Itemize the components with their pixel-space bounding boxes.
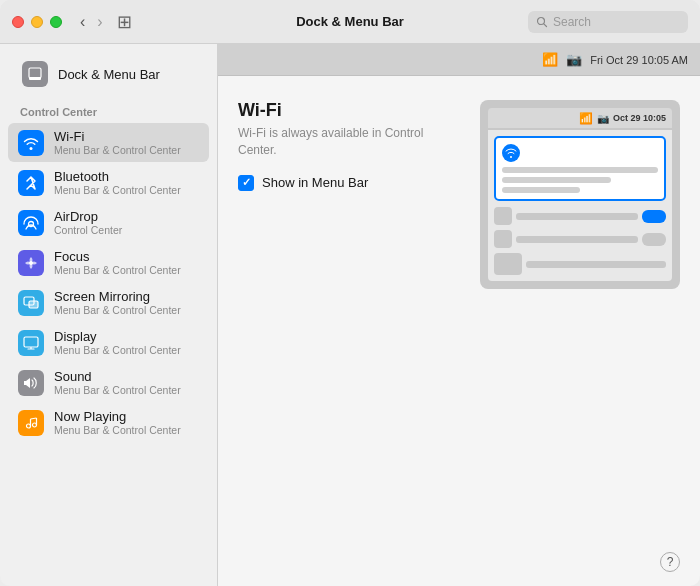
search-box: [528, 11, 688, 33]
main-container: Dock & Menu Bar Control Center Wi-Fi Men…: [0, 44, 700, 586]
search-input[interactable]: [553, 15, 680, 29]
show-in-menu-bar-row: ✓ Show in Menu Bar: [238, 175, 450, 191]
mock-date-text: Oct 29 10:05: [613, 113, 666, 123]
svg-rect-7: [29, 301, 38, 308]
sidebar-item-sound[interactable]: Sound Menu Bar & Control Center: [8, 363, 209, 402]
maximize-button[interactable]: [50, 16, 62, 28]
mock-screen: [488, 130, 672, 281]
mock-cc-row-2: [494, 230, 666, 248]
mock-wifi-circle-icon: [502, 144, 520, 162]
nav-buttons: ‹ ›: [76, 12, 107, 32]
sidebar-item-airdrop[interactable]: AirDrop Control Center: [8, 203, 209, 242]
sidebar-item-display[interactable]: Display Menu Bar & Control Center: [8, 323, 209, 362]
traffic-lights: [12, 16, 62, 28]
mock-row-2: [502, 177, 611, 183]
help-button[interactable]: ?: [660, 552, 680, 572]
mock-row-3: [502, 187, 580, 193]
forward-button[interactable]: ›: [93, 12, 106, 32]
mock-cc-row-1: [494, 207, 666, 225]
mock-cc-bar-1: [516, 213, 638, 220]
mock-toggle-1: [642, 210, 666, 223]
bluetooth-icon: [18, 170, 44, 196]
mock-camera-icon: 📷: [597, 113, 609, 124]
mock-cc-icon-2: [494, 230, 512, 248]
wifi-text: Wi-Fi Menu Bar & Control Center: [54, 129, 181, 156]
mock-menubar: 📶 📷 Oct 29 10:05: [488, 108, 672, 128]
sound-icon: [18, 370, 44, 396]
svg-line-1: [544, 23, 547, 26]
settings-description: Wi-Fi is always available in Control Cen…: [238, 125, 450, 159]
preview-menubar: 📶 📷 Fri Oct 29 10:05 AM: [218, 44, 700, 76]
preview-date: Fri Oct 29 10:05 AM: [590, 54, 688, 66]
svg-rect-2: [29, 68, 41, 78]
grid-button[interactable]: ⊞: [117, 11, 132, 33]
close-button[interactable]: [12, 16, 24, 28]
sidebar-item-screen-mirroring[interactable]: Screen Mirroring Menu Bar & Control Cent…: [8, 283, 209, 322]
screen-mirroring-icon: [18, 290, 44, 316]
svg-rect-8: [24, 337, 38, 347]
preview-camera-icon: 📷: [566, 52, 582, 67]
focus-icon: [18, 250, 44, 276]
mock-cc-bar-3: [526, 261, 666, 268]
bluetooth-text: Bluetooth Menu Bar & Control Center: [54, 169, 181, 196]
show-in-menu-bar-checkbox[interactable]: ✓: [238, 175, 254, 191]
display-text: Display Menu Bar & Control Center: [54, 329, 181, 356]
mock-wifi-selected-box: [494, 136, 666, 201]
minimize-button[interactable]: [31, 16, 43, 28]
svg-point-11: [27, 424, 31, 428]
wifi-icon: [18, 130, 44, 156]
mock-cc-icon-3: [494, 253, 522, 275]
control-center-section-label: Control Center: [0, 98, 217, 122]
now-playing-icon: [18, 410, 44, 436]
preview-panel: 📶 📷 Oct 29 10:05: [480, 100, 680, 562]
svg-rect-3: [29, 77, 41, 80]
svg-line-15: [31, 418, 37, 419]
settings-panel: Wi-Fi Wi-Fi is always available in Contr…: [218, 76, 700, 586]
mock-toggle-2: [642, 233, 666, 246]
dock-menubar-icon: [22, 61, 48, 87]
airdrop-icon: [18, 210, 44, 236]
search-icon: [536, 16, 548, 28]
sidebar-item-now-playing[interactable]: Now Playing Menu Bar & Control Center: [8, 403, 209, 442]
now-playing-text: Now Playing Menu Bar & Control Center: [54, 409, 181, 436]
display-icon: [18, 330, 44, 356]
mock-cc-row-3: [494, 253, 666, 275]
settings-title: Wi-Fi: [238, 100, 450, 121]
mock-wifi-icon: 📶: [579, 112, 593, 125]
checkbox-check-icon: ✓: [242, 176, 251, 189]
content-area: 📶 📷 Fri Oct 29 10:05 AM Wi-Fi Wi-Fi is a…: [218, 44, 700, 586]
window-title: Dock & Menu Bar: [296, 14, 404, 29]
back-button[interactable]: ‹: [76, 12, 89, 32]
sidebar-item-bluetooth[interactable]: Bluetooth Menu Bar & Control Center: [8, 163, 209, 202]
titlebar: ‹ › ⊞ Dock & Menu Bar: [0, 0, 700, 44]
mock-row-1: [502, 167, 658, 173]
sidebar-item-dock-menu-bar[interactable]: Dock & Menu Bar: [12, 54, 205, 94]
show-in-menu-bar-label: Show in Menu Bar: [262, 175, 368, 190]
sidebar: Dock & Menu Bar Control Center Wi-Fi Men…: [0, 44, 218, 586]
focus-text: Focus Menu Bar & Control Center: [54, 249, 181, 276]
desktop-preview: 📶 📷 Oct 29 10:05: [480, 100, 680, 289]
mock-cc-icon-1: [494, 207, 512, 225]
mock-cc-bar-2: [516, 236, 638, 243]
preview-wifi-icon: 📶: [542, 52, 558, 67]
sidebar-item-focus[interactable]: Focus Menu Bar & Control Center: [8, 243, 209, 282]
screen-mirroring-text: Screen Mirroring Menu Bar & Control Cent…: [54, 289, 181, 316]
sidebar-item-wifi[interactable]: Wi-Fi Menu Bar & Control Center: [8, 123, 209, 162]
sound-text: Sound Menu Bar & Control Center: [54, 369, 181, 396]
sidebar-top-section: Dock & Menu Bar: [0, 44, 217, 98]
settings-left: Wi-Fi Wi-Fi is always available in Contr…: [238, 100, 450, 562]
dock-menubar-label: Dock & Menu Bar: [58, 67, 160, 82]
airdrop-text: AirDrop Control Center: [54, 209, 122, 236]
